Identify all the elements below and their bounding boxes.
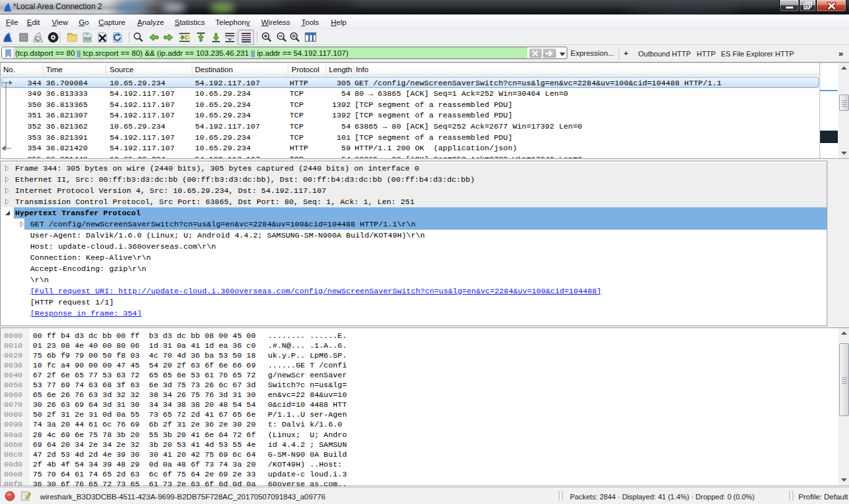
svg-text:010: 010 [85,37,90,41]
